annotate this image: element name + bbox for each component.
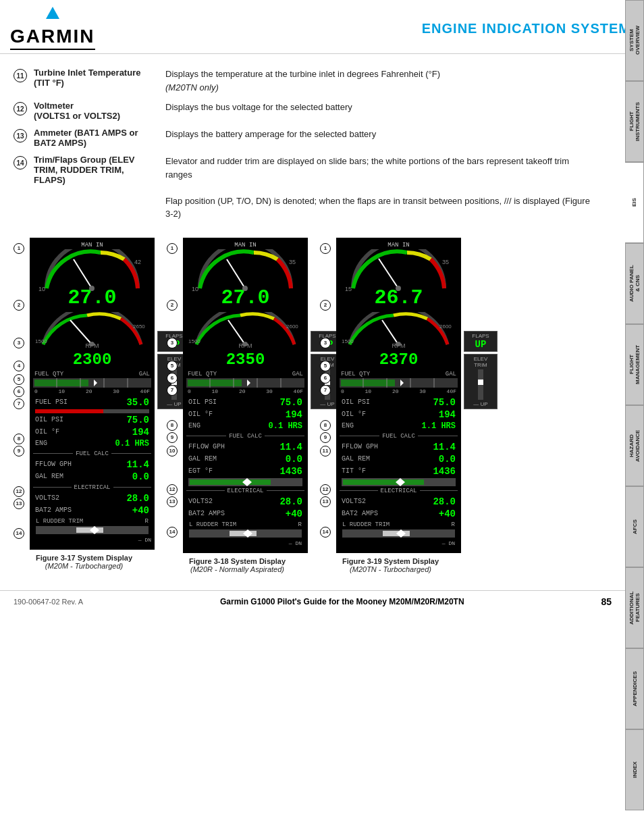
rpm-gauge-18: 1500 2600 xyxy=(186,312,304,346)
garmin-logo: GARMIN xyxy=(10,7,95,50)
annot-2c: 2 xyxy=(320,300,331,311)
annot-4a: 4 xyxy=(14,361,24,371)
main-content: 11 Turbine Inlet Temperature(TIT °F) Dis… xyxy=(0,54,625,587)
page-header: GARMIN ENGINE INDICATION SYSTEM xyxy=(0,0,644,54)
sidebar-tab-audio-panel[interactable]: AUDIO PANEL& CNS xyxy=(625,243,644,324)
svg-text:42: 42 xyxy=(134,259,141,265)
svg-text:35: 35 xyxy=(289,259,296,265)
amps-row-19: BAT2 AMPS +40 xyxy=(340,508,458,520)
figure-17-caption: Figure 3-17 System Display (M20M - Turbo… xyxy=(36,554,132,570)
annot-14c: 14 xyxy=(320,527,331,538)
annot-8b: 8 xyxy=(167,420,178,431)
page-footer: 190-00647-02 Rev. A Garmin G1000 Pilot's… xyxy=(0,590,625,613)
item-14-label: Trim/Flaps Group (ELEVTRIM, RUDDER TRIM,… xyxy=(34,155,165,185)
fuel-tick-labels-17: 010203040F xyxy=(33,388,151,394)
sidebar-tab-flight-instruments[interactable]: FLIGHTINSTRUMENTS xyxy=(625,81,644,162)
fuel-calc-divider-17: FUEL CALC xyxy=(33,450,151,457)
annot-3a: 3 xyxy=(14,338,24,348)
svg-text:35: 35 xyxy=(442,259,449,265)
elev-indicator-19 xyxy=(478,380,483,385)
rpm-section-19: 1500 2600 RPM 2370 xyxy=(340,312,458,369)
map-top-label-17: MAN IN xyxy=(33,242,151,249)
sidebar-tab-system-overview[interactable]: SYSTEMOVERVIEW xyxy=(625,0,644,81)
fuel-qty-section-19: FUEL QTYGAL xyxy=(340,371,458,394)
list-item-14: 14 Trim/Flaps Group (ELEVTRIM, RUDDER TR… xyxy=(14,155,598,221)
list-item-13: 13 Ammeter (BAT1 AMPS orBAT2 AMPS) Displ… xyxy=(14,128,598,148)
item-14-desc: Elevator and rudder trim are displayed o… xyxy=(165,155,598,221)
rpm-gauge-17: 1500 2650 xyxy=(33,312,151,346)
egt-row-18: EGT °F 1436 xyxy=(186,465,304,477)
rudder-label-17: L RUDDER TRIMR xyxy=(36,518,149,525)
sidebar-tab-appendices[interactable]: APPENDICES xyxy=(625,648,644,729)
svg-line-0 xyxy=(74,259,92,288)
fflow-row-18: FFLOW GPH 11.4 xyxy=(186,441,304,453)
svg-line-34 xyxy=(379,259,398,288)
flaps-box-19: FLAPS UP xyxy=(464,331,498,352)
item-11-number: 11 xyxy=(14,69,27,82)
page-title: ENGINE INDICATION SYSTEM xyxy=(422,21,630,36)
fuel-psi-row-17: FUEL PSI 35.0 xyxy=(33,396,151,409)
annot-9b: 9 xyxy=(167,432,178,443)
annot-11c: 11 xyxy=(320,446,331,457)
svg-text:10: 10 xyxy=(38,286,45,292)
annot-14a: 14 xyxy=(14,528,24,539)
annot-1b: 1 xyxy=(167,243,178,254)
figures-row: 1 2 3 4 5 6 7 8 9 12 13 14 MAN IN xyxy=(14,231,598,573)
fuel-calc-divider-19: FUEL CALC xyxy=(340,433,458,440)
map-top-label-18: MAN IN xyxy=(186,242,304,249)
electrical-divider-17: ELECTRICAL xyxy=(33,484,151,491)
annot-3c: 3 xyxy=(320,338,331,348)
svg-text:10: 10 xyxy=(192,286,198,292)
egt-bar-18 xyxy=(188,478,302,486)
annot-1c: 1 xyxy=(320,243,331,254)
amps-row-17: BAT2 AMPS +40 xyxy=(33,504,151,517)
annot-5b: 5 xyxy=(167,361,178,371)
svg-point-1 xyxy=(89,286,95,291)
sidebar-tab-afcs[interactable]: AFCS xyxy=(625,486,644,567)
sidebar-tab-hazard-avoidance[interactable]: HAZARDAVOIDANCE xyxy=(625,405,644,486)
electrical-divider-18: ELECTRICAL xyxy=(186,488,304,494)
figure-18-outer: 1 2 3 5 6 7 8 9 10 12 13 14 MAN IN xyxy=(167,238,308,553)
annot-10b: 10 xyxy=(167,446,178,457)
item-13-label: Ammeter (BAT1 AMPS orBAT2 AMPS) xyxy=(34,128,165,148)
item-13-desc: Displays the battery amperage for the se… xyxy=(165,128,598,141)
fuel-qty-label-18: FUEL QTYGAL xyxy=(186,371,304,377)
annot-8c: 8 xyxy=(320,420,331,431)
annot-14b: 14 xyxy=(167,527,178,538)
fuel-psi-bar-17 xyxy=(35,409,149,413)
annot-5a: 5 xyxy=(14,374,24,385)
volts-row-18: VOLTS2 28.0 xyxy=(186,496,304,508)
annot-3b: 3 xyxy=(167,338,178,348)
figure-17-container: 1 2 3 4 5 6 7 8 9 12 13 14 MAN IN xyxy=(14,231,155,573)
annot-6c: 6 xyxy=(320,373,331,384)
rudder-trim-section-17: L RUDDER TRIMR xyxy=(33,517,151,534)
volts-row-19: VOLTS2 28.0 xyxy=(340,496,458,508)
svg-text:2600: 2600 xyxy=(439,323,452,330)
tit-bar-19 xyxy=(342,478,456,486)
sidebar-tab-eis[interactable]: EIS xyxy=(625,162,644,243)
rudder-bar-18 xyxy=(189,529,302,538)
sidebar-tab-additional-features[interactable]: ADDITIONALFEATURES xyxy=(625,567,644,648)
item-11-desc: Displays the temperature at the turbine … xyxy=(165,68,598,94)
svg-marker-33 xyxy=(243,529,252,538)
annot-12b: 12 xyxy=(167,484,178,495)
item-12-number: 12 xyxy=(14,102,27,115)
item-14-number: 14 xyxy=(14,156,27,170)
sidebar-tab-flight-management[interactable]: FLIGHTMANAGEMENT xyxy=(625,324,644,405)
map-gauge-18: 10 35 xyxy=(186,249,304,293)
sidebar-tab-index[interactable]: INDEX xyxy=(625,729,644,810)
svg-rect-48 xyxy=(343,479,424,485)
annot-2b: 2 xyxy=(167,300,178,311)
annot-2a: 2 xyxy=(14,300,24,311)
rpm-section-17: 1500 2650 RPM 2300 xyxy=(33,312,151,369)
garmin-wordmark: GARMIN xyxy=(10,26,95,47)
item-11-label: Turbine Inlet Temperature(TIT °F) xyxy=(34,68,165,88)
amps-row-18: BAT2 AMPS +40 xyxy=(186,508,304,520)
dn-label-19: — DN xyxy=(340,539,458,548)
gal-rem-row-19: GAL REM 0.0 xyxy=(340,453,458,465)
annot-5c: 5 xyxy=(320,361,331,371)
svg-text:2600: 2600 xyxy=(286,323,298,330)
annot-13b: 13 xyxy=(167,496,178,507)
oil-f-row-19: OIL °F 194 xyxy=(340,409,458,421)
dn-label-17: — DN xyxy=(33,537,151,543)
